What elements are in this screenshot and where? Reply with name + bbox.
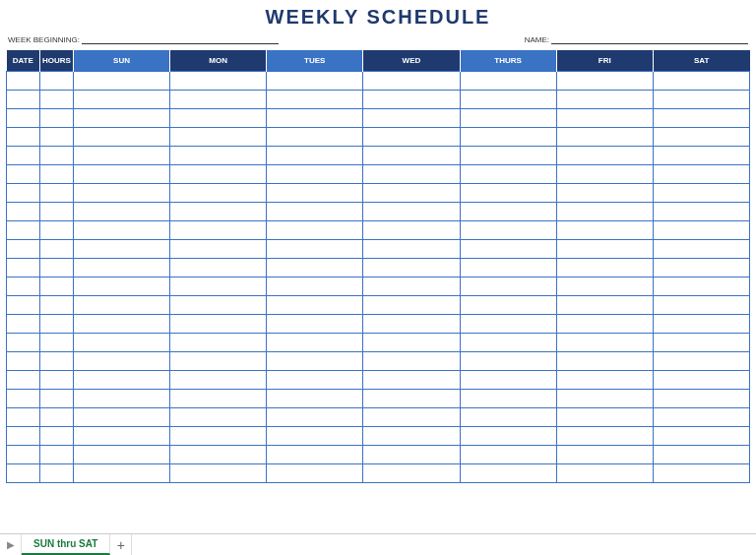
table-cell[interactable] xyxy=(267,371,363,390)
table-cell[interactable] xyxy=(363,128,460,147)
table-cell[interactable] xyxy=(460,408,556,427)
table-cell[interactable] xyxy=(73,203,169,221)
table-cell[interactable] xyxy=(267,390,363,408)
table-cell[interactable] xyxy=(267,296,363,315)
table-cell[interactable] xyxy=(7,221,40,240)
table-cell[interactable] xyxy=(170,109,267,128)
table-cell[interactable] xyxy=(39,240,73,259)
table-cell[interactable] xyxy=(39,184,73,203)
table-cell[interactable] xyxy=(73,446,169,464)
table-cell[interactable] xyxy=(653,91,749,109)
table-cell[interactable] xyxy=(170,259,267,278)
table-cell[interactable] xyxy=(556,128,653,147)
table-cell[interactable] xyxy=(653,72,749,91)
table-cell[interactable] xyxy=(653,184,749,203)
table-cell[interactable] xyxy=(7,259,40,278)
table-cell[interactable] xyxy=(73,221,169,240)
table-cell[interactable] xyxy=(363,278,460,296)
table-cell[interactable] xyxy=(460,296,556,315)
table-cell[interactable] xyxy=(170,91,267,109)
table-cell[interactable] xyxy=(73,147,169,165)
table-cell[interactable] xyxy=(653,446,749,464)
table-cell[interactable] xyxy=(460,371,556,390)
table-cell[interactable] xyxy=(653,221,749,240)
table-cell[interactable] xyxy=(460,91,556,109)
table-cell[interactable] xyxy=(73,109,169,128)
table-cell[interactable] xyxy=(653,296,749,315)
table-cell[interactable] xyxy=(39,278,73,296)
table-cell[interactable] xyxy=(363,315,460,334)
table-cell[interactable] xyxy=(7,184,40,203)
table-cell[interactable] xyxy=(73,427,169,446)
table-cell[interactable] xyxy=(556,390,653,408)
table-cell[interactable] xyxy=(556,203,653,221)
table-cell[interactable] xyxy=(170,315,267,334)
table-cell[interactable] xyxy=(460,240,556,259)
table-cell[interactable] xyxy=(653,371,749,390)
table-cell[interactable] xyxy=(267,72,363,91)
table-cell[interactable] xyxy=(363,221,460,240)
table-cell[interactable] xyxy=(39,371,73,390)
table-cell[interactable] xyxy=(556,278,653,296)
table-cell[interactable] xyxy=(73,464,169,483)
table-cell[interactable] xyxy=(170,221,267,240)
table-cell[interactable] xyxy=(363,203,460,221)
table-cell[interactable] xyxy=(460,352,556,371)
table-cell[interactable] xyxy=(363,446,460,464)
table-cell[interactable] xyxy=(267,408,363,427)
table-cell[interactable] xyxy=(73,128,169,147)
table-cell[interactable] xyxy=(556,109,653,128)
table-cell[interactable] xyxy=(170,128,267,147)
table-cell[interactable] xyxy=(73,408,169,427)
table-cell[interactable] xyxy=(653,203,749,221)
table-cell[interactable] xyxy=(363,184,460,203)
table-cell[interactable] xyxy=(7,91,40,109)
table-cell[interactable] xyxy=(170,352,267,371)
table-cell[interactable] xyxy=(39,408,73,427)
table-cell[interactable] xyxy=(170,296,267,315)
table-cell[interactable] xyxy=(460,259,556,278)
table-cell[interactable] xyxy=(39,109,73,128)
table-cell[interactable] xyxy=(460,203,556,221)
table-cell[interactable] xyxy=(556,446,653,464)
table-cell[interactable] xyxy=(73,259,169,278)
table-cell[interactable] xyxy=(460,334,556,352)
table-cell[interactable] xyxy=(170,72,267,91)
table-cell[interactable] xyxy=(7,390,40,408)
table-cell[interactable] xyxy=(7,334,40,352)
table-cell[interactable] xyxy=(653,278,749,296)
table-cell[interactable] xyxy=(73,296,169,315)
table-cell[interactable] xyxy=(363,240,460,259)
table-cell[interactable] xyxy=(653,109,749,128)
table-cell[interactable] xyxy=(363,408,460,427)
table-cell[interactable] xyxy=(7,128,40,147)
table-cell[interactable] xyxy=(267,184,363,203)
table-cell[interactable] xyxy=(363,91,460,109)
table-cell[interactable] xyxy=(653,165,749,184)
table-cell[interactable] xyxy=(7,296,40,315)
table-cell[interactable] xyxy=(363,352,460,371)
table-cell[interactable] xyxy=(267,240,363,259)
table-cell[interactable] xyxy=(73,315,169,334)
table-cell[interactable] xyxy=(556,371,653,390)
table-cell[interactable] xyxy=(39,352,73,371)
table-cell[interactable] xyxy=(653,352,749,371)
table-cell[interactable] xyxy=(170,408,267,427)
table-cell[interactable] xyxy=(39,334,73,352)
table-cell[interactable] xyxy=(7,147,40,165)
table-cell[interactable] xyxy=(653,427,749,446)
table-cell[interactable] xyxy=(267,352,363,371)
table-cell[interactable] xyxy=(556,91,653,109)
table-cell[interactable] xyxy=(363,109,460,128)
table-cell[interactable] xyxy=(39,390,73,408)
table-cell[interactable] xyxy=(7,109,40,128)
table-cell[interactable] xyxy=(556,296,653,315)
table-cell[interactable] xyxy=(363,72,460,91)
table-cell[interactable] xyxy=(170,203,267,221)
table-cell[interactable] xyxy=(267,165,363,184)
table-cell[interactable] xyxy=(556,427,653,446)
table-cell[interactable] xyxy=(556,352,653,371)
table-cell[interactable] xyxy=(460,278,556,296)
table-cell[interactable] xyxy=(73,390,169,408)
table-cell[interactable] xyxy=(7,408,40,427)
